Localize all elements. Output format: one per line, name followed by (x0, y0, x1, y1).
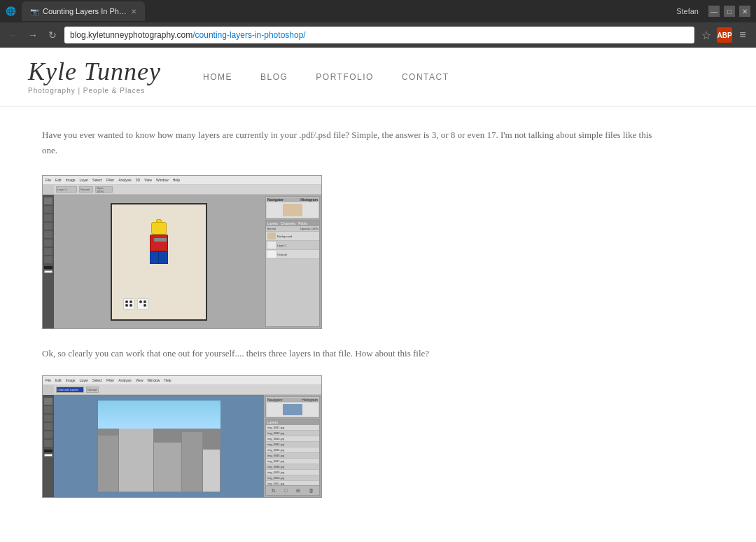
browser-tab[interactable]: 📷 Counting Layers In Photos ✕ (22, 1, 145, 21)
photoshop-screenshot-2: File Edit Image Layer Select Filter Anal… (42, 375, 322, 498)
ps2-layer-row-4: img_0044.jpg (266, 442, 319, 447)
ps2-color-bg (44, 454, 52, 457)
ps-layer-row-3: Original (266, 250, 319, 259)
ps2-building-2 (119, 429, 153, 492)
lego-legs (150, 251, 168, 264)
tab-label: Counting Layers In Photos (43, 7, 127, 15)
url-bar[interactable]: blog.kyletunneyphotography.com /counting… (64, 27, 694, 43)
ps2-building-5 (203, 450, 220, 492)
close-button[interactable]: ✕ (739, 6, 750, 17)
ps-canvas-container (54, 195, 264, 328)
ps2-menubar: File Edit Image Layer Select Filter Anal… (43, 376, 321, 385)
ps-panel-histogram-title: NavigatorHistogram (267, 197, 318, 202)
dice-dot (125, 304, 128, 307)
ps2-layer-del-icon: 🗑 (309, 488, 314, 493)
dice-dot (144, 304, 146, 307)
nav-blog[interactable]: BLOG (260, 72, 288, 82)
ps-toolbar: Layer 1 Normal Opac: 100% (54, 185, 321, 195)
ps-layers-panel: LayersChannelsPaths NormalOpacity: 100% … (265, 220, 320, 327)
ps2-layer-row-2: img_0042.jpg (266, 431, 319, 436)
ps-tool-6 (44, 239, 52, 246)
ps2-layer-row-8: img_0048.jpg (266, 464, 319, 470)
ps-layers-controls: NormalOpacity: 100% (266, 226, 319, 232)
ps-tool-2 (44, 206, 52, 213)
ps2-building-1 (98, 436, 118, 492)
ps-histogram-content (267, 202, 318, 218)
ps2-main-canvas (98, 401, 220, 492)
nav-home[interactable]: HOME (203, 72, 232, 82)
logo-tagline: Photography | People & Places (28, 87, 161, 95)
ps-tool-4 (44, 223, 52, 230)
ps2-histogram-panel: NavigatorHistogram (265, 396, 320, 418)
second-paragraph: Ok, so clearly you can work that one out… (42, 346, 658, 361)
ps-layers-tabs: LayersChannelsPaths (266, 221, 319, 226)
ps2-nav-thumb (283, 404, 302, 415)
lego-sunglasses (154, 238, 167, 242)
title-bar: 🌐 📷 Counting Layers In Photos ✕ Stefan —… (0, 0, 756, 22)
nav-portfolio[interactable]: PORTFOLIO (316, 72, 374, 82)
ps-color-bg (44, 270, 52, 273)
ps-layer-name-1: Background (277, 235, 292, 238)
dice-dot-empty (139, 304, 143, 307)
website-content[interactable]: Kyle Tunney Photography | People & Place… (0, 48, 756, 542)
refresh-button[interactable]: ↻ (45, 27, 60, 43)
maximize-button[interactable]: □ (724, 6, 735, 17)
dice-group (123, 298, 148, 310)
ps-menu-image: Image (66, 178, 76, 182)
back-button[interactable]: ← (6, 27, 21, 43)
ps-nav-thumb (283, 204, 302, 216)
ps-layer-thumb-3 (267, 251, 276, 258)
ps-right-panels: NavigatorHistogram LayersChannelsPaths (264, 195, 321, 328)
ps2-tool-2 (44, 406, 52, 413)
ps2-layer-row-9: img_0049.jpg (266, 470, 319, 475)
ps2-menu-filter: Filter (106, 378, 114, 382)
ps2-menu-layer: Layer (80, 378, 89, 382)
ps2-menu-analysis: Analysis (118, 378, 132, 382)
ps2-layers-panel: Layers img_0041.jpg img_0042.jpg img_004… (265, 419, 320, 496)
ps2-layers-tabs: Layers (266, 419, 319, 425)
ps-tool-1 (44, 197, 52, 204)
ps2-sky (98, 401, 220, 429)
ps-toolbar-select: Layer 1 (56, 186, 77, 193)
ps-menu-view: View (144, 178, 152, 182)
toolbar-icons: ☆ ABP ≡ (699, 27, 750, 43)
ps2-tools-panel (43, 395, 54, 497)
address-bar-row: ← → ↻ blog.kyletunneyphotography.com /co… (0, 22, 756, 48)
ps2-layer-row-10: img_0050.jpg (266, 475, 319, 481)
ps2-toolbar-mode: Normal (86, 387, 99, 393)
ps-menu-select: Select (92, 178, 102, 182)
ps-tools-panel (43, 195, 54, 328)
ps-layer-name-3: Original (277, 253, 287, 256)
content-area: Have you ever wanted to know how many la… (0, 106, 700, 542)
ps2-canvas-container (54, 395, 264, 497)
ps-menubar: File Edit Image Layer Select Filter Anal… (43, 176, 321, 185)
forward-button[interactable]: → (25, 27, 41, 43)
menu-icon[interactable]: ≡ (735, 27, 750, 43)
ps-histogram-panel: NavigatorHistogram (265, 196, 320, 219)
ps2-tool-1 (44, 398, 52, 405)
minimize-button[interactable]: — (708, 6, 720, 17)
screenshot-1: File Edit Image Layer Select Filter Anal… (42, 175, 658, 329)
lego-head-stud (156, 219, 162, 223)
site-logo[interactable]: Kyle Tunney (28, 59, 161, 84)
ps2-tool-6 (44, 440, 52, 447)
browser-icon: 🌐 (6, 6, 16, 16)
ps-layer-row-1: Background (266, 232, 319, 241)
ps2-menu-window: Window (148, 378, 160, 382)
star-icon[interactable]: ☆ (699, 27, 714, 43)
tab-close-btn[interactable]: ✕ (131, 8, 136, 15)
ps-toolbar-opacity: Opac: 100% (95, 186, 113, 193)
dice-dot (144, 300, 146, 303)
url-path: /counting-layers-in-photoshop/ (192, 30, 305, 40)
site-nav: HOME BLOG PORTFOLIO CONTACT (203, 72, 449, 82)
ps-tool-3 (44, 214, 52, 221)
ps-layer-list: Background Layer 1 Original (266, 232, 319, 326)
ps-menu-edit: Edit (55, 178, 62, 182)
ps-layer-row-2: Layer 1 (266, 241, 319, 250)
ps-menu-filter: Filter (106, 178, 114, 182)
ps-toolbar-normal: Normal (79, 186, 93, 193)
ps2-building-4 (182, 432, 202, 492)
adblock-button[interactable]: ABP (717, 27, 732, 43)
ps2-layer-row-3: img_0043.jpg (266, 436, 319, 442)
nav-contact[interactable]: CONTACT (402, 72, 449, 82)
